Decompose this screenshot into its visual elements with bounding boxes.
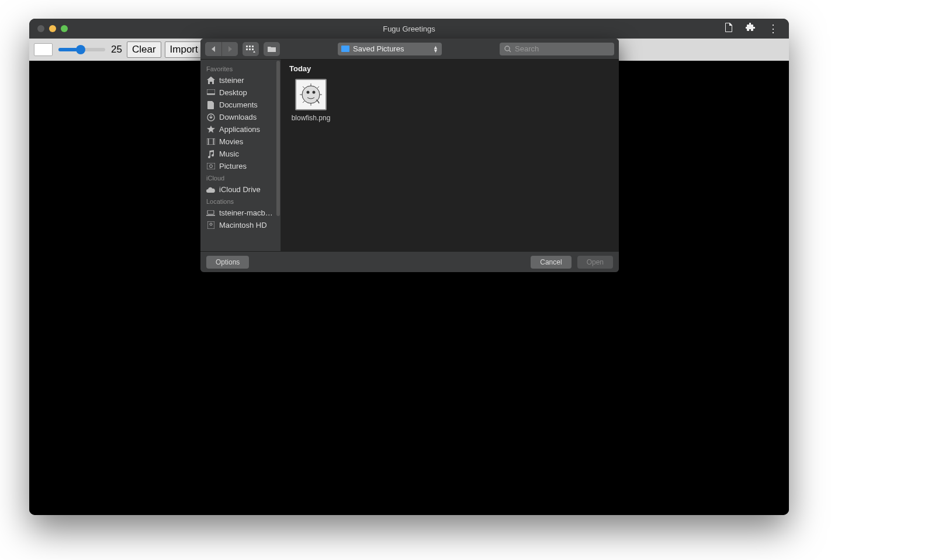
minimize-traffic-light[interactable] <box>49 25 56 32</box>
file-thumbnail <box>295 79 327 110</box>
sidebar-item-applications[interactable]: Applications <box>200 123 280 135</box>
svg-line-27 <box>317 86 319 88</box>
open-file-dialog: Saved Pictures ▲▼ Search Favorites tstei… <box>200 39 619 272</box>
options-button[interactable]: Options <box>206 256 249 269</box>
search-field[interactable]: Search <box>500 43 614 55</box>
file-item[interactable]: blowfish.png <box>289 79 333 122</box>
svg-rect-4 <box>249 48 251 50</box>
open-button: Open <box>577 256 613 269</box>
sidebar-item-icloud[interactable]: iCloud Drive <box>200 183 280 196</box>
svg-point-30 <box>307 91 310 94</box>
file-browser[interactable]: Today <box>281 60 619 251</box>
fullscreen-traffic-light[interactable] <box>61 25 68 32</box>
sidebar-item-home[interactable]: tsteiner <box>200 74 280 86</box>
titlebar: Fugu Greetings ⋮ <box>29 19 789 39</box>
svg-point-15 <box>209 165 212 168</box>
document-icon[interactable] <box>725 23 733 34</box>
nav-back-button[interactable] <box>205 42 221 56</box>
chevron-updown-icon: ▲▼ <box>433 46 438 53</box>
svg-rect-14 <box>207 163 215 169</box>
cloud-icon <box>206 186 215 194</box>
dialog-toolbar: Saved Pictures ▲▼ Search <box>200 39 619 60</box>
svg-rect-5 <box>252 48 254 50</box>
sidebar-heading-favorites: Favorites <box>200 63 280 74</box>
sidebar-item-desktop[interactable]: Desktop <box>200 86 280 99</box>
svg-line-7 <box>509 50 511 52</box>
window-title: Fugu Greetings <box>29 25 789 33</box>
file-name: blowfish.png <box>289 114 333 122</box>
sidebar-heading-locations: Locations <box>200 196 280 207</box>
disk-icon <box>206 221 215 229</box>
svg-rect-9 <box>207 93 215 95</box>
svg-rect-13 <box>213 138 214 145</box>
sidebar-item-documents[interactable]: Documents <box>200 99 280 111</box>
svg-point-31 <box>313 91 316 94</box>
brush-size-value: 25 <box>111 44 122 55</box>
home-icon <box>206 76 215 85</box>
close-traffic-light[interactable] <box>37 25 44 32</box>
search-icon <box>504 46 511 53</box>
sidebar-item-laptop[interactable]: tsteiner-macb… <box>200 207 280 219</box>
applications-icon <box>206 126 215 134</box>
movies-icon <box>206 138 215 146</box>
sidebar-item-label: Movies <box>219 137 243 146</box>
sidebar-item-label: Downloads <box>219 113 257 121</box>
svg-rect-1 <box>249 46 251 47</box>
sidebar-item-label: Music <box>219 149 239 158</box>
svg-rect-12 <box>208 138 209 145</box>
sidebar-item-label: Applications <box>219 125 260 134</box>
svg-rect-0 <box>246 46 248 47</box>
sidebar-item-label: Documents <box>219 100 258 109</box>
sidebar-item-label: Macintosh HD <box>219 221 267 229</box>
sidebar-item-label: Pictures <box>219 162 247 171</box>
svg-rect-2 <box>252 46 254 47</box>
extensions-icon[interactable] <box>746 23 755 34</box>
icon-view-button[interactable] <box>243 42 259 56</box>
menu-icon[interactable]: ⋮ <box>768 23 778 34</box>
sidebar-item-downloads[interactable]: Downloads <box>200 111 280 123</box>
svg-line-26 <box>303 86 304 88</box>
import-button[interactable]: Import <box>165 41 203 58</box>
svg-rect-17 <box>206 215 215 216</box>
path-label: Saved Pictures <box>353 44 404 53</box>
svg-point-19 <box>210 223 212 225</box>
color-swatch[interactable] <box>34 43 53 56</box>
sidebar-item-music[interactable]: Music <box>200 148 280 160</box>
nav-forward-button[interactable] <box>221 42 238 56</box>
folder-icon <box>341 46 349 52</box>
sidebar-heading-icloud: iCloud <box>200 172 280 183</box>
desktop-icon <box>206 89 215 97</box>
laptop-icon <box>206 209 215 217</box>
traffic-lights <box>29 25 68 32</box>
cancel-button[interactable]: Cancel <box>531 256 571 269</box>
brush-size-slider[interactable] <box>58 48 105 51</box>
group-segment <box>264 42 280 56</box>
path-dropdown[interactable]: Saved Pictures ▲▼ <box>338 43 442 55</box>
music-icon <box>206 150 215 158</box>
search-placeholder: Search <box>515 44 539 53</box>
downloads-icon <box>206 113 215 121</box>
sidebar-item-label: tsteiner <box>219 76 244 85</box>
view-segment <box>243 42 259 56</box>
documents-icon <box>206 101 215 109</box>
svg-point-6 <box>505 46 510 51</box>
sidebar-item-pictures[interactable]: Pictures <box>200 160 280 172</box>
section-heading: Today <box>289 64 611 73</box>
svg-rect-16 <box>207 210 214 214</box>
sidebar-item-label: iCloud Drive <box>219 185 261 194</box>
sidebar-item-label: Desktop <box>219 88 247 97</box>
dialog-sidebar: Favorites tsteiner Desktop Documents Dow… <box>200 60 281 251</box>
svg-line-28 <box>303 101 304 103</box>
group-button[interactable] <box>264 42 280 56</box>
sidebar-item-disk[interactable]: Macintosh HD <box>200 219 280 231</box>
nav-segment <box>205 42 238 56</box>
sidebar-item-label: tsteiner-macb… <box>219 208 273 217</box>
dialog-footer: Options Cancel Open <box>200 251 619 272</box>
clear-button[interactable]: Clear <box>127 41 161 58</box>
pictures-icon <box>206 162 215 171</box>
svg-rect-3 <box>246 48 248 50</box>
sidebar-scrollbar[interactable] <box>276 61 280 250</box>
sidebar-item-movies[interactable]: Movies <box>200 135 280 148</box>
